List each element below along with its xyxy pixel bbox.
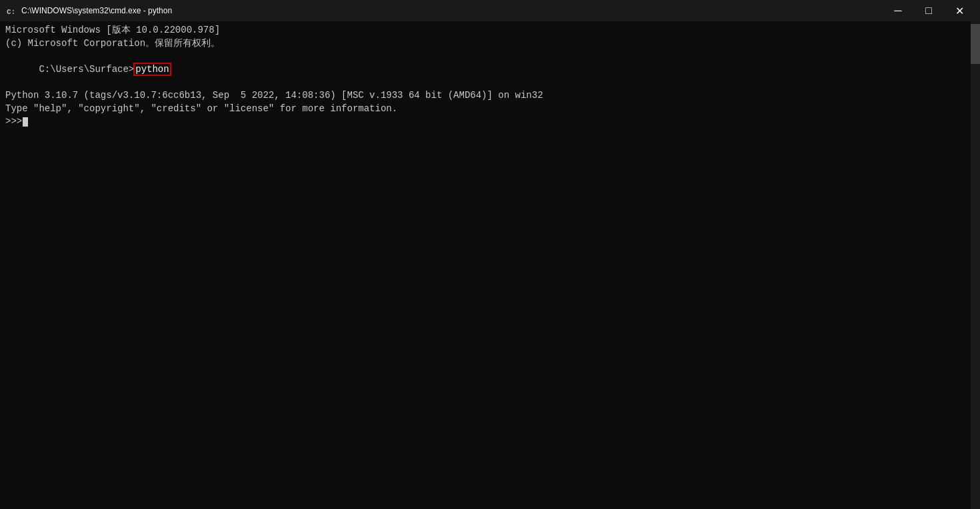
title-bar: C:\ C:\WINDOWS\system32\cmd.exe - python…	[0, 0, 980, 21]
scrollbar[interactable]	[971, 21, 980, 509]
console-line-4: Python 3.10.7 (tags/v3.10.7:6cc6b13, Sep…	[5, 89, 975, 103]
console-command: python	[134, 63, 170, 75]
console-prompt: C:\Users\Surface>	[39, 64, 134, 75]
close-button[interactable]: ✕	[944, 0, 975, 21]
console-line-2: (c) Microsoft Corporation。保留所有权利。	[5, 37, 975, 51]
minimize-button[interactable]: ─	[883, 0, 913, 21]
console-line-1: Microsoft Windows [版本 10.0.22000.978]	[5, 24, 975, 37]
console-output[interactable]: Microsoft Windows [版本 10.0.22000.978] (c…	[0, 21, 980, 509]
title-bar-left: C:\ C:\WINDOWS\system32\cmd.exe - python	[5, 5, 172, 16]
console-line-5: Type "help", "copyright", "credits" or "…	[5, 103, 975, 116]
maximize-button[interactable]: □	[913, 0, 944, 21]
svg-text:C:\: C:\	[7, 8, 16, 16]
scrollbar-thumb[interactable]	[971, 24, 980, 64]
cmd-icon: C:\	[5, 5, 16, 16]
window-title: C:\WINDOWS\system32\cmd.exe - python	[21, 6, 172, 15]
cmd-window: C:\ C:\WINDOWS\system32\cmd.exe - python…	[0, 0, 980, 509]
console-line-6: >>>	[5, 115, 975, 129]
console-line-3: C:\Users\Surface>python	[5, 50, 975, 89]
title-bar-controls: ─ □ ✕	[883, 0, 975, 21]
cursor	[23, 117, 28, 127]
